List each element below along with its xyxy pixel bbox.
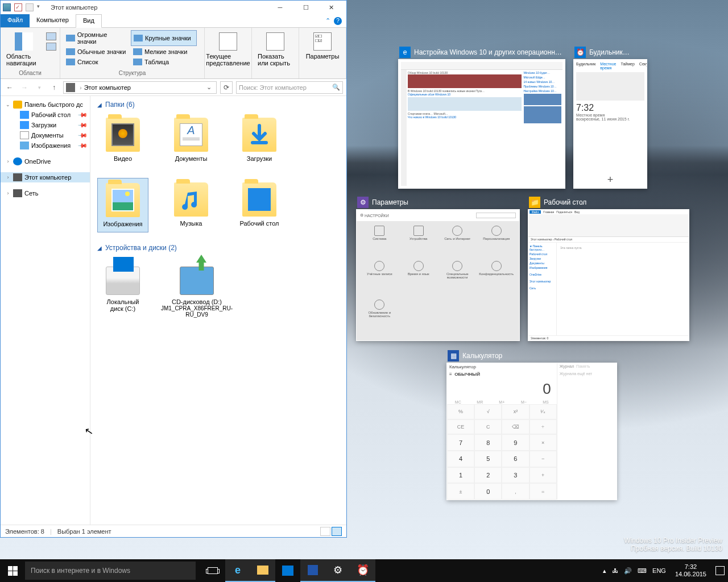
task-view-button[interactable] — [200, 559, 225, 582]
address-dropdown-icon[interactable]: ⌄ — [204, 84, 214, 91]
network-icon — [13, 189, 22, 197]
minimize-button[interactable]: ─ — [267, 1, 293, 14]
taskview-alarm[interactable]: ⏰Будильник… БудильникМестное времяТаймер… — [573, 45, 647, 189]
maximize-button[interactable]: ☐ — [293, 1, 318, 14]
details-pane-icon[interactable] — [46, 43, 56, 51]
recent-dropdown[interactable]: ▾ — [34, 82, 45, 93]
start-button[interactable] — [0, 559, 25, 582]
taskbar-alarm[interactable]: ⏰ — [350, 559, 375, 582]
documents-icon — [20, 131, 29, 139]
pictures-icon — [20, 142, 29, 149]
folder-downloads[interactable]: Загрузки — [234, 113, 285, 167]
ribbon-collapse-icon[interactable]: ⌃ — [325, 17, 330, 24]
sidebar-documents[interactable]: Документы📌 — [1, 130, 90, 140]
add-alarm-icon: + — [576, 174, 644, 186]
up-button[interactable]: ↑ — [48, 82, 60, 93]
folder-icon: 📁 — [529, 197, 540, 208]
taskview-calculator[interactable]: ▦Калькулятор Калькулятор ≡ ОБЫЧНЫЙ 0 MCM… — [446, 349, 617, 500]
sidebar-quick-access[interactable]: ⌄Панель быстрого дс — [1, 99, 90, 110]
taskbar-edge[interactable]: e — [225, 559, 250, 582]
show-hide-button[interactable]: Показать или скрыть — [255, 30, 295, 69]
tray-network-icon[interactable]: 🖧 — [612, 567, 618, 574]
sidebar-this-pc[interactable]: ›Этот компьютер — [1, 172, 90, 182]
layout-xl[interactable]: Огромные значки — [64, 30, 130, 46]
folder-documents[interactable]: AДокументы — [166, 113, 217, 167]
group-devices[interactable]: ◢Устройства и диски (2) — [97, 244, 340, 252]
drive-cd[interactable]: CD-дисковод (D:)JM1_CPRA_X86FRER_RU-RU_D… — [166, 256, 228, 322]
taskview-edge[interactable]: eНастройка Windows 10 и других операцион… — [398, 45, 565, 189]
sidebar-network[interactable]: ›Сеть — [1, 188, 90, 198]
alarm-icon: ⏰ — [574, 47, 586, 58]
nav-pane-button[interactable]: Область навигации — [4, 30, 44, 69]
layout-table[interactable]: Таблица — [131, 57, 197, 66]
quick-props-icon[interactable] — [26, 3, 34, 11]
folder-music[interactable]: Музыка — [166, 178, 217, 232]
quick-dropdown-icon[interactable]: ▾ — [37, 3, 45, 11]
search-box[interactable]: Поиск: Этот компьютер 🔍 — [236, 81, 343, 94]
tray-language[interactable]: ENG — [652, 567, 666, 574]
close-button[interactable]: ✕ — [318, 1, 344, 14]
tray-keyboard-icon[interactable]: ⌨ — [638, 567, 647, 575]
window-title: Этот компьютер — [51, 4, 267, 11]
forward-button[interactable]: → — [19, 82, 30, 93]
preview-pane-icon[interactable] — [46, 32, 56, 40]
taskbar: Поиск в интернете и в Windows e ⚙ ⏰ ▴ 🖧 … — [0, 559, 728, 582]
taskbar-search[interactable]: Поиск в интернете и в Windows — [25, 562, 196, 580]
pin-icon: 📌 — [77, 140, 88, 151]
titlebar: ✓ ▾ Этот компьютер ─ ☐ ✕ — [1, 1, 346, 14]
pc-icon — [3, 3, 11, 11]
taskbar-store[interactable] — [275, 559, 300, 582]
pin-icon: 📌 — [77, 119, 88, 130]
pin-icon: 📌 — [77, 109, 88, 120]
folder-desktop[interactable]: Рабочий стол — [234, 178, 285, 232]
layout-small[interactable]: Мелкие значки — [131, 47, 197, 56]
back-button[interactable]: ← — [4, 82, 15, 93]
sidebar-downloads[interactable]: Загрузки📌 — [1, 120, 90, 130]
drive-local[interactable]: Локальный диск (C:) — [97, 256, 148, 322]
tray-overflow-icon[interactable]: ▴ — [603, 567, 606, 575]
content-pane: ◢Папки (6) Видео AДокументы Загрузки Изо… — [90, 96, 346, 525]
sidebar-onedrive[interactable]: ›OneDrive — [1, 156, 90, 167]
settings-icon: ⚙ — [357, 197, 369, 208]
pin-icon: 📌 — [77, 130, 88, 140]
ribbon: Область навигации Области Огромные значк… — [1, 28, 346, 79]
desktop-icon — [20, 111, 29, 119]
tray-volume-icon[interactable]: 🔊 — [624, 567, 632, 575]
layout-large[interactable]: Крупные значки — [131, 30, 197, 46]
help-icon[interactable]: ? — [334, 17, 342, 25]
taskbar-settings[interactable]: ⚙ — [325, 559, 350, 582]
refresh-button[interactable]: ⟳ — [220, 81, 233, 94]
taskview-desktop-explorer[interactable]: 📁Рабочий стол ФайлГлавнаяПоделитьсяВид Э… — [528, 196, 689, 341]
taskbar-calculator[interactable] — [300, 559, 325, 582]
tray-clock[interactable]: 7:32 14.06.2015 — [672, 563, 710, 578]
layout-list[interactable]: Список — [64, 57, 130, 66]
watermark: Windows 10 Pro Insider Preview Пробная в… — [624, 537, 722, 552]
tab-file[interactable]: Файл — [1, 14, 30, 27]
world-map — [576, 72, 644, 101]
taskview-settings[interactable]: ⚙Параметры ⚙ НАСТРОЙКИ Система Устройств… — [356, 196, 520, 341]
downloads-icon — [20, 121, 29, 129]
ribbon-tabs: Файл Компьютер Вид ⌃? — [1, 14, 346, 28]
address-bar-row: ← → ▾ ↑ › Этот компьютер ⌄ ⟳ Поиск: Этот… — [1, 79, 346, 96]
sidebar-desktop[interactable]: Рабочий стол📌 — [1, 110, 90, 120]
view-icons-toggle[interactable] — [332, 527, 342, 536]
address-bar[interactable]: › Этот компьютер ⌄ — [63, 81, 217, 94]
tab-view[interactable]: Вид — [76, 14, 102, 28]
sidebar: ⌄Панель быстрого дс Рабочий стол📌 Загруз… — [1, 96, 90, 525]
layout-medium[interactable]: Обычные значки — [64, 47, 130, 56]
quick-checkbox-icon[interactable]: ✓ — [14, 3, 22, 11]
tab-computer[interactable]: Компьютер — [30, 14, 76, 27]
current-view-button[interactable]: Текущее представление — [208, 30, 248, 69]
group-folders[interactable]: ◢Папки (6) — [97, 101, 340, 109]
calculator-icon: ▦ — [448, 350, 459, 361]
taskbar-explorer[interactable] — [250, 559, 275, 582]
status-bar: Элементов: 8 | Выбран 1 элемент — [1, 525, 346, 537]
folder-video[interactable]: Видео — [97, 113, 148, 167]
view-details-toggle[interactable] — [320, 527, 330, 536]
folder-pictures[interactable]: Изображения — [97, 178, 148, 232]
options-button[interactable]: ☑☐☐☑Параметры — [303, 30, 342, 62]
pc-icon — [66, 83, 75, 92]
sidebar-pictures[interactable]: Изображения📌 — [1, 140, 90, 151]
onedrive-icon — [13, 157, 22, 165]
tray-notifications-icon[interactable] — [715, 566, 725, 575]
